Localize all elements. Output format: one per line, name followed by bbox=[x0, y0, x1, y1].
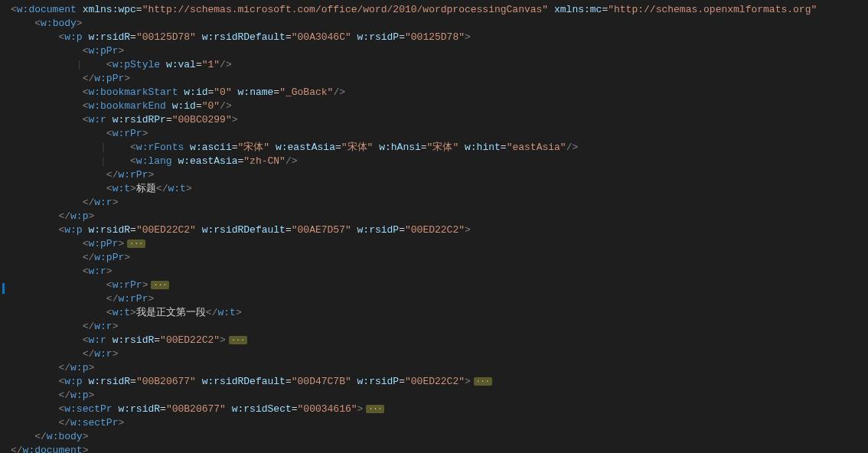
fold-badge-icon[interactable]: ··· bbox=[151, 281, 169, 289]
code-line[interactable]: <w:pPr>··· bbox=[11, 237, 868, 251]
code-line[interactable]: </w:sectPr> bbox=[11, 416, 868, 430]
code-line[interactable]: <w:r w:rsidRPr="00BC0299"> bbox=[11, 113, 868, 127]
code-line[interactable]: <w:bookmarkEnd w:id="0"/> bbox=[11, 99, 868, 113]
code-line[interactable]: | <w:lang w:eastAsia="zh-CN"/> bbox=[11, 155, 868, 168]
code-line[interactable]: </w:pPr> bbox=[11, 251, 868, 265]
code-line[interactable]: | <w:rFonts w:ascii="宋体" w:eastAsia="宋体"… bbox=[11, 141, 868, 155]
code-line[interactable]: <w:bookmarkStart w:id="0" w:name="_GoBac… bbox=[11, 86, 868, 99]
code-line[interactable]: <w:t>我是正文第一段</w:t> bbox=[11, 306, 868, 320]
fold-badge-icon[interactable]: ··· bbox=[127, 240, 145, 248]
code-line[interactable]: </w:r> bbox=[11, 196, 868, 210]
code-line[interactable]: </w:p> bbox=[11, 210, 868, 223]
code-line[interactable]: <w:t>标题</w:t> bbox=[11, 182, 868, 196]
code-line[interactable]: <w:p w:rsidR="00125D78" w:rsidRDefault="… bbox=[11, 31, 868, 44]
code-line[interactable]: <w:rPr> bbox=[11, 127, 868, 141]
code-line[interactable]: <w:p w:rsidR="00B20677" w:rsidRDefault="… bbox=[11, 375, 868, 389]
code-line[interactable]: </w:p> bbox=[11, 361, 868, 375]
code-line[interactable]: </w:rPr> bbox=[11, 292, 868, 306]
code-line[interactable]: </w:r> bbox=[11, 347, 868, 361]
code-line[interactable]: <w:r w:rsidR="00ED22C2">··· bbox=[11, 334, 868, 347]
fold-badge-icon[interactable]: ··· bbox=[229, 336, 247, 344]
code-line[interactable]: <w:rPr>··· bbox=[11, 279, 868, 292]
code-line[interactable]: <w:document xmlns:wpc="http://schemas.mi… bbox=[11, 3, 868, 17]
code-line[interactable]: </w:document> bbox=[11, 444, 868, 453]
fold-badge-icon[interactable]: ··· bbox=[474, 377, 492, 386]
code-line[interactable]: </w:rPr> bbox=[11, 168, 868, 182]
code-line[interactable]: <w:pPr> bbox=[11, 44, 868, 58]
code-line[interactable]: <w:body> bbox=[11, 17, 868, 31]
code-line[interactable]: </w:r> bbox=[11, 320, 868, 334]
code-line[interactable]: | <w:pStyle w:val="1"/> bbox=[11, 58, 868, 72]
code-line[interactable]: </w:body> bbox=[11, 430, 868, 444]
code-line[interactable]: </w:pPr> bbox=[11, 72, 868, 86]
code-line[interactable]: </w:p> bbox=[11, 389, 868, 402]
code-editor[interactable]: <w:document xmlns:wpc="http://schemas.mi… bbox=[0, 0, 868, 453]
change-marker bbox=[2, 283, 5, 294]
gutter bbox=[0, 0, 11, 453]
code-line[interactable]: <w:sectPr w:rsidR="00B20677" w:rsidSect=… bbox=[11, 402, 868, 416]
fold-badge-icon[interactable]: ··· bbox=[366, 405, 384, 413]
code-line[interactable]: <w:p w:rsidR="00ED22C2" w:rsidRDefault="… bbox=[11, 223, 868, 237]
code-line[interactable]: <w:r> bbox=[11, 265, 868, 279]
